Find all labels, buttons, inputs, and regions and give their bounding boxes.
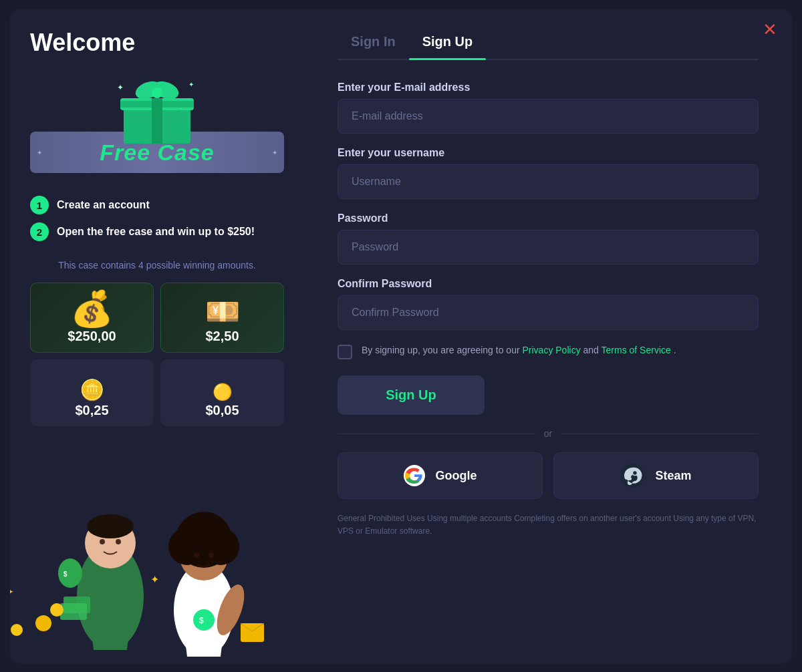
google-btn-label: Google xyxy=(436,469,477,483)
step-1-number: 1 xyxy=(30,196,49,214)
divider-line-left xyxy=(338,434,535,434)
svg-point-18 xyxy=(35,615,51,631)
divider-text: or xyxy=(544,428,552,439)
steam-icon xyxy=(620,464,644,488)
svg-point-40 xyxy=(628,477,632,480)
terms-of-service-link[interactable]: Terms of Service xyxy=(602,345,671,355)
prize-icon-250: 💰 xyxy=(70,291,114,326)
svg-text:✦: ✦ xyxy=(117,83,124,92)
svg-rect-16 xyxy=(60,603,87,620)
prize-card-5cents: 🟡 $0,05 xyxy=(160,359,284,426)
step-1-text: Create an account xyxy=(57,199,150,211)
step-2-number: 2 xyxy=(30,222,49,241)
divider-line-right xyxy=(561,434,759,434)
svg-point-29 xyxy=(193,609,215,631)
prize-grid: 💰 $250,00 💴 $2,50 🪙 $0,25 🟡 $0,05 xyxy=(30,283,284,426)
case-info: This case contains 4 possible winning am… xyxy=(30,260,284,271)
svg-point-25 xyxy=(168,528,206,565)
svg-point-20 xyxy=(58,558,82,588)
character-svg: $ $ xyxy=(10,463,311,663)
svg-text:✦: ✦ xyxy=(10,584,15,599)
privacy-policy-link[interactable]: Privacy Policy xyxy=(523,345,581,355)
svg-text:$: $ xyxy=(63,570,68,578)
svg-point-26 xyxy=(202,528,239,565)
divider: or xyxy=(338,428,759,439)
prize-icon-5cents: 🟡 xyxy=(213,384,233,400)
email-label: Enter your E-mail address xyxy=(338,81,759,94)
svg-point-12 xyxy=(87,514,134,538)
prize-icon-25cents: 🪙 xyxy=(80,380,104,400)
prize-amount-5cents: $0,05 xyxy=(205,403,239,418)
terms-text: By signing up, you are agreeing to our P… xyxy=(362,343,676,357)
password-label: Password xyxy=(338,212,759,224)
terms-row: By signing up, you are agreeing to our P… xyxy=(338,343,759,359)
auth-tabs: Sign In Sign Up xyxy=(338,29,759,60)
prize-card-250cents: 💴 $2,50 xyxy=(160,283,284,353)
character-illustration: $ $ xyxy=(10,463,311,663)
prize-amount-25cents: $0,25 xyxy=(75,403,108,418)
svg-point-17 xyxy=(50,603,63,617)
disclaimer-text: General Prohibited Uses Using multiple a… xyxy=(338,512,759,538)
prize-amount-250cents: $2,50 xyxy=(205,329,239,344)
steam-login-button[interactable]: Steam xyxy=(553,452,759,499)
username-label: Enter your username xyxy=(338,147,759,159)
social-buttons: Google Steam xyxy=(338,452,759,499)
modal-container: ✕ Welcome ✦ ✦ xyxy=(10,9,792,663)
email-input[interactable] xyxy=(338,99,759,134)
username-group: Enter your username xyxy=(338,147,759,199)
google-icon xyxy=(404,465,425,486)
username-input[interactable] xyxy=(338,164,759,199)
password-input[interactable] xyxy=(338,230,759,265)
confirm-password-group: Confirm Password xyxy=(338,278,759,330)
prize-amount-250: $250,00 xyxy=(68,329,116,344)
svg-text:$: $ xyxy=(199,616,204,625)
signup-button[interactable]: Sign Up xyxy=(338,375,485,415)
gift-icon: ✦ ✦ · xyxy=(114,70,200,144)
prize-icon-250cents: 💴 xyxy=(205,298,240,326)
svg-point-6 xyxy=(152,88,162,98)
step-2-text: Open the free case and win up to $250! xyxy=(57,226,255,238)
confirm-password-input[interactable] xyxy=(338,295,759,330)
left-panel: Welcome ✦ ✦ · xyxy=(10,9,304,663)
svg-point-27 xyxy=(194,552,199,558)
terms-checkbox[interactable] xyxy=(338,345,352,359)
confirm-password-label: Confirm Password xyxy=(338,278,759,290)
tab-signin[interactable]: Sign In xyxy=(338,29,409,59)
svg-text:✦: ✦ xyxy=(188,81,194,88)
close-button[interactable]: ✕ xyxy=(763,21,777,38)
prize-card-25cents: 🪙 $0,25 xyxy=(30,359,154,426)
svg-text:·: · xyxy=(180,106,182,112)
prize-card-250: 💰 $250,00 xyxy=(30,283,154,353)
svg-point-28 xyxy=(209,552,214,558)
steam-btn-label: Steam xyxy=(655,469,691,483)
gift-area: ✦ ✦ · Free Case xyxy=(30,70,284,189)
password-group: Password xyxy=(338,212,759,265)
tab-signup[interactable]: Sign Up xyxy=(409,29,487,59)
svg-point-14 xyxy=(116,539,121,544)
svg-rect-3 xyxy=(120,101,194,108)
right-panel: Sign In Sign Up Enter your E-mail addres… xyxy=(304,9,792,663)
step-2: 2 Open the free case and win up to $250! xyxy=(30,222,284,241)
email-group: Enter your E-mail address xyxy=(338,81,759,134)
google-login-button[interactable]: Google xyxy=(338,452,543,499)
svg-point-19 xyxy=(11,624,23,636)
svg-point-39 xyxy=(633,471,638,476)
svg-point-13 xyxy=(100,539,105,544)
svg-text:✦: ✦ xyxy=(150,574,159,585)
step-1: 1 Create an account xyxy=(30,196,284,214)
welcome-title: Welcome xyxy=(30,29,284,57)
steps-list: 1 Create an account 2 Open the free case… xyxy=(30,196,284,249)
